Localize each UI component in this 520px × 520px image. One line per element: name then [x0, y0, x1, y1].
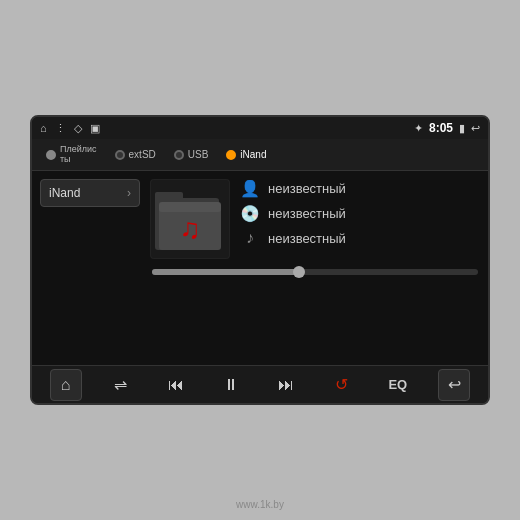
diamond-icon[interactable]: ◇	[74, 122, 82, 135]
track-icon: ♪	[240, 229, 260, 247]
prev-icon: ⏮	[168, 376, 184, 394]
progress-bar[interactable]	[152, 269, 478, 275]
album-art-inner: ♫	[150, 179, 230, 259]
home-button[interactable]: ⌂	[50, 369, 82, 401]
album-art-svg: ♫	[151, 180, 229, 258]
track-row: ♪ неизвестный	[240, 229, 480, 247]
tab-extsd[interactable]: extSD	[109, 146, 162, 163]
artist-icon: 👤	[240, 179, 260, 198]
center-area: ♫ 👤 неизвестный 💿	[150, 179, 480, 357]
next-icon: ⏭	[278, 376, 294, 394]
back-nav-icon[interactable]: ↩	[471, 122, 480, 135]
play-pause-button[interactable]: ⏸	[215, 369, 247, 401]
home-icon[interactable]: ⌂	[40, 122, 47, 134]
artist-text: неизвестный	[268, 181, 346, 196]
status-icons-right: ✦ 8:05 ▮ ↩	[414, 121, 480, 135]
progress-thumb[interactable]	[293, 266, 305, 278]
track-text: неизвестный	[268, 231, 346, 246]
prev-button[interactable]: ⏮	[160, 369, 192, 401]
artist-row: 👤 неизвестный	[240, 179, 480, 198]
album-row: 💿 неизвестный	[240, 204, 480, 223]
tab-usb-label: USB	[188, 149, 209, 160]
back-icon: ↩	[448, 375, 461, 394]
menu-icon[interactable]: ⋮	[55, 122, 66, 135]
bluetooth-icon: ✦	[414, 122, 423, 135]
top-row: ♫ 👤 неизвестный 💿	[150, 179, 480, 259]
status-icons-left: ⌂ ⋮ ◇ ▣	[40, 122, 100, 135]
status-time: 8:05	[429, 121, 453, 135]
album-text: неизвестный	[268, 206, 346, 221]
tab-inand[interactable]: iNand	[220, 146, 272, 163]
back-button[interactable]: ↩	[438, 369, 470, 401]
next-button[interactable]: ⏭	[270, 369, 302, 401]
device-frame: ⌂ ⋮ ◇ ▣ ✦ 8:05 ▮ ↩ Плейлисты extSD	[30, 115, 490, 405]
tab-inand-dot	[226, 150, 236, 160]
tab-usb-dot	[174, 150, 184, 160]
eq-button[interactable]: EQ	[380, 373, 415, 396]
battery-icon: ▮	[459, 122, 465, 135]
play-icon: ⏸	[223, 376, 239, 394]
tab-extsd-dot	[115, 150, 125, 160]
repeat-button[interactable]: ↺	[325, 369, 357, 401]
sidebar-arrow-icon: ›	[127, 186, 131, 200]
sidebar-inand-label: iNand	[49, 186, 80, 200]
shuffle-icon: ⇌	[114, 375, 127, 394]
progress-area[interactable]	[150, 269, 480, 275]
svg-rect-5	[159, 202, 221, 212]
tab-playlist-dot	[46, 150, 56, 160]
progress-fill	[152, 269, 299, 275]
album-icon: 💿	[240, 204, 260, 223]
source-tabs-row: Плейлисты extSD USB iNand	[32, 139, 488, 171]
main-content: iNand ›	[32, 171, 488, 365]
image-icon[interactable]: ▣	[90, 122, 100, 135]
sidebar-inand-item[interactable]: iNand ›	[40, 179, 140, 207]
controls-bar: ⌂ ⇌ ⏮ ⏸ ⏭ ↺ EQ ↩	[32, 365, 488, 403]
tab-playlist[interactable]: Плейлисты	[40, 142, 103, 168]
info-panel: 👤 неизвестный 💿 неизвестный ♪ неизвестны…	[240, 179, 480, 247]
watermark: www.1k.by	[236, 499, 284, 510]
svg-text:♫: ♫	[180, 213, 201, 244]
tab-inand-label: iNand	[240, 149, 266, 160]
tab-extsd-label: extSD	[129, 149, 156, 160]
home-icon: ⌂	[61, 376, 71, 394]
tab-playlist-label: Плейлисты	[60, 145, 97, 165]
shuffle-button[interactable]: ⇌	[105, 369, 137, 401]
sidebar: iNand ›	[40, 179, 140, 357]
tab-usb[interactable]: USB	[168, 146, 215, 163]
repeat-icon: ↺	[335, 375, 348, 394]
album-art: ♫	[150, 179, 230, 259]
status-bar: ⌂ ⋮ ◇ ▣ ✦ 8:05 ▮ ↩	[32, 117, 488, 139]
